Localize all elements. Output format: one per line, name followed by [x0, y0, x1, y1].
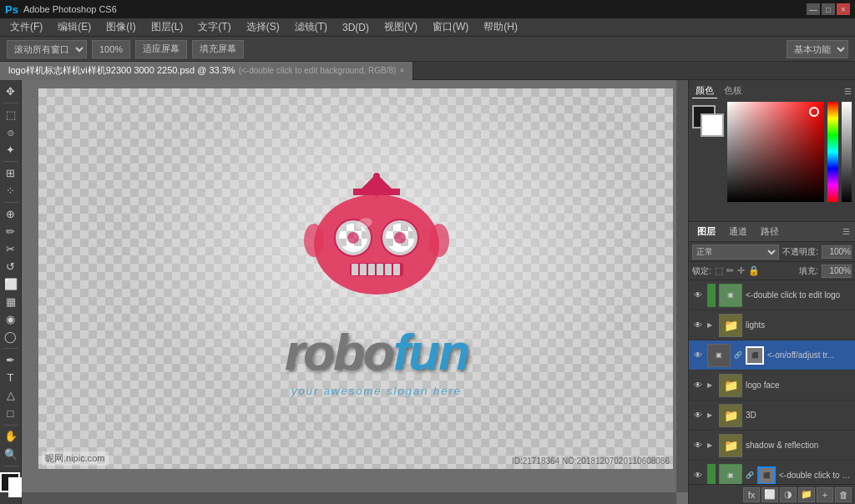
dodge-tool[interactable]: ◯ — [2, 329, 20, 345]
layer-expand-icon[interactable]: ▶ — [707, 441, 716, 449]
tab-channels[interactable]: 通道 — [726, 224, 751, 239]
tab-layers[interactable]: 图层 — [694, 224, 719, 239]
panel-menu-icon[interactable]: ☰ — [844, 87, 852, 96]
window-controls[interactable]: — □ × — [807, 3, 850, 15]
crop-tool[interactable]: ⊞ — [2, 165, 20, 181]
layer-item[interactable]: 👁 ▶ 📁 3D — [689, 401, 855, 431]
lock-image-btn[interactable]: ✏ — [726, 265, 734, 276]
layer-item[interactable]: 👁 ▣ 🔗 ⬛ <-on/off/adjust tr... — [689, 340, 855, 370]
layer-visibility-icon[interactable]: 👁 — [692, 320, 704, 331]
close-button[interactable]: × — [837, 3, 850, 15]
path-tool[interactable]: △ — [2, 387, 20, 403]
layer-visibility-icon[interactable]: 👁 — [692, 350, 704, 361]
layer-fx-button[interactable]: fx — [743, 487, 760, 502]
clone-tool[interactable]: ✂ — [2, 241, 20, 257]
layer-group-button[interactable]: 📁 — [798, 487, 815, 502]
fill-input[interactable] — [822, 265, 852, 278]
vertical-scrollbar[interactable] — [676, 80, 688, 492]
gradient-tool[interactable]: ▦ — [2, 294, 20, 310]
menu-help[interactable]: 帮助(H) — [477, 18, 524, 36]
layer-adjustment-button[interactable]: ◑ — [780, 487, 797, 502]
menu-edit[interactable]: 编辑(E) — [51, 18, 98, 36]
layer-expand-icon[interactable]: ▶ — [707, 411, 716, 419]
svg-rect-36 — [352, 264, 358, 275]
text-tool[interactable]: T — [2, 370, 20, 386]
color-spectrum-bar[interactable] — [827, 102, 838, 202]
menu-select[interactable]: 选择(S) — [240, 18, 286, 36]
color-panel-header: 颜色 色板 ☰ — [692, 83, 852, 98]
hand-tool[interactable]: ✋ — [2, 428, 20, 444]
menu-layer[interactable]: 图层(L) — [144, 18, 190, 36]
horizontal-scrollbar[interactable] — [22, 492, 676, 504]
scroll-mode-select[interactable]: 滚动所有窗口 — [7, 40, 87, 58]
layer-expand-icon[interactable]: ▶ — [707, 321, 716, 329]
maximize-button[interactable]: □ — [822, 3, 835, 15]
pen-tool[interactable]: ✒ — [2, 352, 20, 368]
zoom-tool[interactable]: 🔍 — [2, 446, 20, 461]
history-tool[interactable]: ↺ — [2, 259, 20, 275]
minimize-button[interactable]: — — [807, 3, 820, 15]
menu-file[interactable]: 文件(F) — [3, 18, 49, 36]
tab-swatches[interactable]: 色板 — [721, 83, 746, 98]
background-swatch[interactable] — [701, 113, 724, 137]
layer-expand-icon[interactable]: ▶ — [707, 381, 716, 389]
layers-menu-icon[interactable]: ☰ — [842, 227, 850, 236]
menu-filter[interactable]: 滤镜(T) — [288, 18, 334, 36]
tab-color[interactable]: 颜色 — [692, 83, 717, 98]
fit-screen-button[interactable]: 适应屏幕 — [135, 40, 187, 58]
blend-mode-select[interactable]: 正常 — [692, 244, 779, 260]
color-panel: 颜色 色板 ☰ — [689, 80, 855, 222]
svg-point-34 — [394, 232, 406, 244]
layer-visibility-icon[interactable]: 👁 — [692, 440, 704, 451]
layer-item[interactable]: 👁 ▣ <-double click to edit logo — [689, 280, 855, 310]
workspace-select[interactable]: 基本功能 — [787, 40, 848, 58]
svg-rect-40 — [385, 264, 392, 275]
tab-paths[interactable]: 路径 — [757, 224, 782, 239]
shape-tool[interactable]: □ — [2, 406, 20, 421]
layer-link-icon: 🔗 — [734, 351, 742, 359]
layer-new-button[interactable]: + — [817, 487, 833, 502]
document-tab[interactable]: logo样机标志样机vi样机92300 3000 2250.psd @ 33.3… — [0, 62, 413, 80]
tab-close-button[interactable]: × — [399, 66, 404, 75]
zoom-button[interactable]: 100% — [92, 40, 130, 58]
heal-tool[interactable]: ⊕ — [2, 206, 20, 222]
layer-color-bar — [707, 464, 716, 485]
lasso-tool[interactable]: ⌾ — [2, 124, 20, 140]
layer-visibility-icon[interactable]: 👁 — [692, 470, 704, 481]
layer-mask-button[interactable]: ⬜ — [761, 487, 778, 502]
main-layout: ✥ ⬚ ⌾ ✦ ⊞ ⁘ ⊕ ✏ ✂ ↺ ⬜ ▦ ◉ ◯ ✒ T △ □ ✋ 🔍 — [0, 80, 855, 504]
color-spectrum-square[interactable] — [727, 102, 824, 202]
opacity-bar[interactable] — [842, 102, 852, 202]
layer-visibility-icon[interactable]: 👁 — [692, 290, 704, 301]
menu-3d[interactable]: 3D(D) — [336, 20, 376, 35]
layer-item[interactable]: 👁 ▶ 📁 logo face — [689, 370, 855, 401]
menu-view[interactable]: 视图(V) — [377, 18, 424, 36]
select-tool[interactable]: ⬚ — [2, 107, 20, 123]
layer-item[interactable]: 👁 ▣ 🔗 ⬛ <-double click to edit ... — [689, 461, 855, 484]
eyedropper-tool[interactable]: ⁘ — [2, 183, 20, 199]
layer-visibility-icon[interactable]: 👁 — [692, 410, 704, 421]
svg-rect-41 — [393, 264, 400, 275]
layer-visibility-icon[interactable]: 👁 — [692, 380, 704, 391]
blur-tool[interactable]: ◉ — [2, 311, 20, 327]
lock-transparent-btn[interactable]: ⬚ — [715, 265, 723, 276]
menu-image[interactable]: 图像(I) — [99, 18, 142, 36]
layer-item[interactable]: 👁 ▶ 📁 shadow & reflection — [689, 431, 855, 461]
opacity-input[interactable] — [822, 245, 852, 259]
menu-window[interactable]: 窗口(W) — [426, 18, 475, 36]
ps-logo: Ps — [5, 3, 18, 16]
brush-tool[interactable]: ✏ — [2, 224, 20, 239]
canvas-area: robofun your awesome slogan here 昵网.nipi… — [22, 80, 688, 504]
lock-all-btn[interactable]: 🔒 — [748, 265, 760, 276]
layer-name: <-on/off/adjust tr... — [767, 350, 852, 360]
layer-item[interactable]: 👁 ▶ 📁 lights — [689, 310, 855, 340]
magic-wand-tool[interactable]: ✦ — [2, 142, 20, 158]
move-tool[interactable]: ✥ — [2, 83, 20, 99]
eraser-tool[interactable]: ⬜ — [2, 276, 20, 292]
left-toolbar: ✥ ⬚ ⌾ ✦ ⊞ ⁘ ⊕ ✏ ✂ ↺ ⬜ ▦ ◉ ◯ ✒ T △ □ ✋ 🔍 — [0, 80, 22, 504]
fill-screen-button[interactable]: 填充屏幕 — [192, 40, 244, 58]
layer-delete-button[interactable]: 🗑 — [835, 487, 852, 502]
menu-text[interactable]: 文字(T) — [191, 18, 237, 36]
lock-position-btn[interactable]: ✛ — [737, 265, 745, 276]
layer-thumbnail: 📁 — [719, 404, 742, 427]
